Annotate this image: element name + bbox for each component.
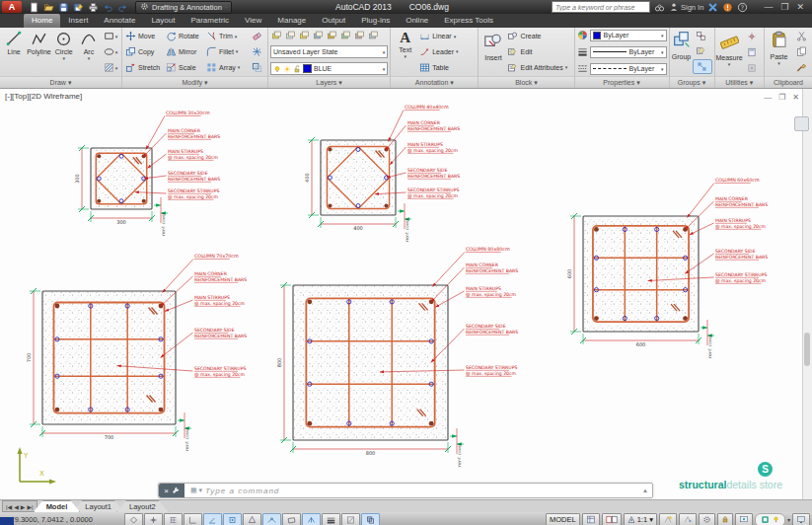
stretch-button[interactable]: Stretch bbox=[124, 61, 164, 74]
viewport-restore-icon[interactable]: ❐ bbox=[778, 93, 785, 102]
rectangle-button[interactable]: ▾ bbox=[102, 30, 119, 42]
command-line[interactable]: × ▦ ▾ Type a command ▲ bbox=[158, 483, 653, 498]
fillet-button[interactable]: Fillet▾ bbox=[205, 45, 247, 58]
panel-layers-label[interactable]: Layers ▾ bbox=[268, 76, 390, 88]
circle-button[interactable]: Circle▾ bbox=[52, 29, 76, 75]
table-button[interactable]: Table bbox=[418, 61, 476, 74]
open-button[interactable] bbox=[41, 1, 55, 13]
tab-home[interactable]: Home bbox=[24, 14, 60, 28]
toggle-dynamic-ucs[interactable] bbox=[282, 513, 301, 525]
annotation-visibility-icon[interactable] bbox=[659, 513, 677, 525]
clean-screen-icon[interactable] bbox=[792, 513, 810, 525]
linear-button[interactable]: Linear▾ bbox=[418, 30, 476, 42]
search-binoculars-icon[interactable] bbox=[654, 2, 665, 13]
toggle-snap-mode[interactable] bbox=[144, 513, 163, 525]
command-recent-icon[interactable]: ▦ ▾ bbox=[190, 487, 202, 494]
redo-button[interactable] bbox=[115, 1, 129, 13]
text-button[interactable]: A Text▾ bbox=[393, 29, 417, 75]
cut-icon[interactable] bbox=[792, 30, 810, 42]
copy-button[interactable]: Copy bbox=[124, 45, 164, 58]
drawing-area[interactable]: [-][Top][2D Wireframe] — ❐ ✕ COLUMN 30x3… bbox=[0, 89, 812, 499]
explode-button[interactable] bbox=[248, 45, 265, 58]
save-button[interactable] bbox=[56, 1, 70, 13]
scale-button[interactable]: Scale bbox=[165, 61, 204, 74]
match-properties-icon[interactable] bbox=[792, 61, 810, 74]
quick-calc-button[interactable] bbox=[743, 45, 761, 58]
toggle-selection-cycling[interactable] bbox=[361, 513, 380, 525]
tab-view[interactable]: View bbox=[237, 14, 269, 28]
toggle-infer-constraints[interactable] bbox=[124, 513, 143, 525]
layout-tab-layout1[interactable]: Layout1 bbox=[72, 500, 124, 512]
paste-button[interactable]: Paste▾ bbox=[767, 29, 791, 75]
array-button[interactable]: Array▾ bbox=[205, 61, 247, 74]
toolbar-lock-icon[interactable] bbox=[717, 513, 733, 525]
panel-groups-label[interactable]: Groups ▾ bbox=[670, 76, 714, 88]
group-selection-toggle[interactable] bbox=[693, 59, 712, 74]
workspace-switching-icon[interactable] bbox=[699, 513, 715, 525]
layout-tab-layout2[interactable]: Layout2 bbox=[116, 500, 169, 512]
tab-manage[interactable]: Manage bbox=[269, 14, 314, 28]
group-button[interactable]: Group bbox=[672, 29, 692, 75]
polyline-button[interactable]: Polyline bbox=[27, 29, 51, 75]
panel-block-label[interactable]: Block ▾ bbox=[479, 76, 573, 88]
object-color-dropdown[interactable]: ByLayer▾ bbox=[590, 30, 667, 41]
leader-button[interactable]: Leader▾ bbox=[418, 45, 476, 58]
isolate-objects-icon[interactable] bbox=[761, 515, 770, 524]
offset-button[interactable] bbox=[248, 61, 265, 74]
edit-attributes-button[interactable]: Edit Attributes▾ bbox=[506, 61, 571, 74]
tab-layout[interactable]: Layout bbox=[143, 14, 183, 28]
toggle-dynamic-input[interactable] bbox=[302, 513, 321, 525]
toggle-3d-object-snap[interactable] bbox=[243, 513, 261, 525]
vertical-scrollbar[interactable] bbox=[802, 89, 812, 499]
group-edit-button[interactable] bbox=[693, 44, 710, 57]
toggle-grid-display[interactable] bbox=[164, 513, 183, 525]
search-input[interactable] bbox=[552, 1, 650, 13]
quick-view-layouts-icon[interactable] bbox=[602, 513, 622, 525]
move-button[interactable]: Move bbox=[124, 30, 164, 42]
save-as-button[interactable] bbox=[71, 1, 85, 13]
layer-tool-7-icon[interactable] bbox=[353, 29, 366, 41]
layer-tool-5-icon[interactable] bbox=[326, 29, 338, 41]
layer-tool-3-icon[interactable] bbox=[298, 29, 311, 41]
viewport-close-icon[interactable]: ✕ bbox=[792, 93, 799, 102]
navigation-bar[interactable] bbox=[794, 116, 809, 131]
workspace-switcher[interactable]: Drafting & Annotation ▾ bbox=[135, 1, 232, 14]
viewport-controls-label[interactable]: [-][Top][2D Wireframe] bbox=[5, 92, 82, 101]
layer-state-dropdown[interactable]: Unsaved Layer State▾ bbox=[270, 45, 388, 58]
undo-button[interactable] bbox=[101, 1, 114, 13]
tab-express-tools[interactable]: Express Tools bbox=[436, 14, 501, 28]
model-tab-icon[interactable] bbox=[582, 513, 600, 525]
trim-button[interactable]: Trim▾ bbox=[205, 30, 247, 42]
layer-tool-8-icon[interactable] bbox=[367, 29, 380, 41]
app-menu-button[interactable]: A bbox=[2, 1, 22, 13]
layer-tool-1-icon[interactable] bbox=[270, 29, 283, 41]
copy-clip-icon[interactable] bbox=[792, 45, 810, 58]
tab-plug-ins[interactable]: Plug-ins bbox=[353, 14, 398, 28]
layout-tab-model[interactable]: Model bbox=[34, 500, 81, 512]
arc-button[interactable]: Arc▾ bbox=[77, 29, 101, 75]
layout-nav-buttons[interactable]: |◀◀▶▶| bbox=[2, 500, 37, 512]
status-bulb-icon[interactable] bbox=[773, 515, 779, 524]
toggle-ortho-mode[interactable] bbox=[184, 513, 202, 525]
tab-insert[interactable]: Insert bbox=[60, 14, 96, 28]
create-button[interactable]: Create bbox=[506, 30, 571, 42]
panel-annotation-label[interactable]: Annotation ▾ bbox=[391, 76, 478, 88]
viewport-minimize-icon[interactable]: — bbox=[764, 93, 772, 102]
command-customize-icon[interactable] bbox=[172, 487, 180, 494]
scrollbar-thumb[interactable] bbox=[804, 333, 810, 366]
edit-button[interactable]: Edit bbox=[506, 45, 571, 58]
line-button[interactable]: Line bbox=[2, 29, 26, 75]
toggle-polar-tracking[interactable] bbox=[203, 513, 222, 525]
ellipse-button[interactable]: ▾ bbox=[102, 45, 119, 58]
help-icon[interactable]: ? bbox=[737, 2, 748, 13]
erase-button[interactable] bbox=[248, 30, 265, 42]
mirror-button[interactable]: Mirror bbox=[165, 45, 204, 58]
layer-tool-6-icon[interactable] bbox=[339, 29, 352, 41]
drawing-canvas[interactable]: COLUMN 30x30cmMAIN CORNERREINFORCEMENT B… bbox=[0, 89, 812, 499]
rotate-button[interactable]: Rotate bbox=[165, 30, 204, 42]
tab-annotate[interactable]: Annotate bbox=[96, 14, 143, 28]
panel-modify-label[interactable]: Modify ▾ bbox=[122, 76, 267, 88]
alert-icon[interactable] bbox=[722, 2, 733, 13]
tab-output[interactable]: Output bbox=[314, 14, 353, 28]
panel-properties-label[interactable]: Properties ▾ bbox=[575, 76, 669, 88]
